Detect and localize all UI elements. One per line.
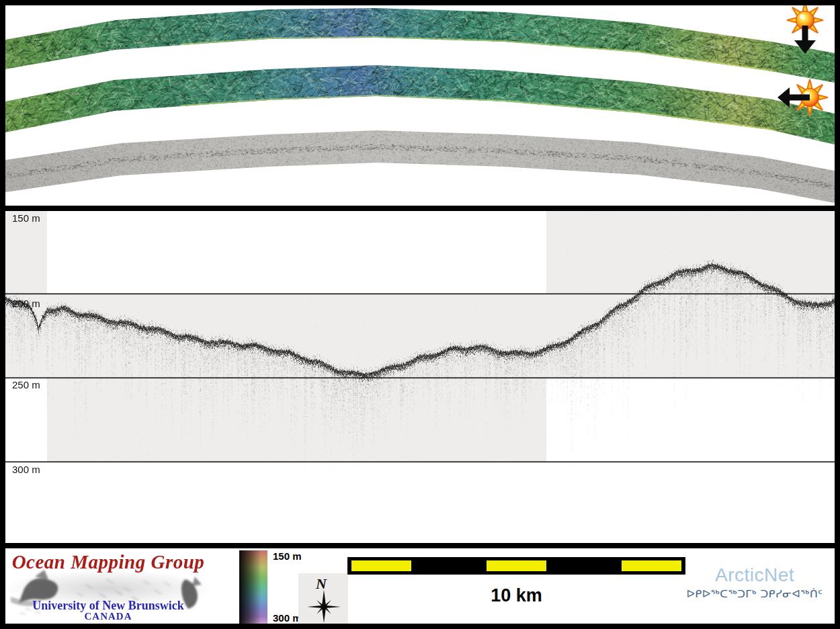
- swath-panel: [5, 5, 835, 206]
- depth-label-200m: 200 m: [12, 298, 40, 309]
- omg-canada-line: CANADA: [5, 611, 211, 622]
- scale-bar: [347, 557, 685, 575]
- subbottom-profile-canvas: [5, 211, 835, 543]
- colorbar-top-label: 150 m: [273, 550, 302, 562]
- depth-colorbar: [239, 550, 267, 624]
- depth-label-250m: 250 m: [12, 379, 40, 390]
- depth-label-300m: 300 m: [12, 464, 40, 475]
- scale-bar-segment: [487, 560, 546, 571]
- swath-strips-canvas: [5, 5, 835, 206]
- omg-title: Ocean Mapping Group: [5, 551, 211, 573]
- footer-panel: Ocean Mapping Group University of New Br…: [5, 548, 835, 624]
- scale-bar-label: 10 km: [347, 585, 685, 606]
- north-arrow-icon: [305, 589, 343, 624]
- survey-figure: 150 m 200 m 250 m 300 m: [0, 0, 840, 629]
- scale-bar-segment: [351, 560, 411, 571]
- depth-label-150m: 150 m: [12, 212, 40, 224]
- ocean-mapping-group-logo: Ocean Mapping Group University of New Br…: [5, 550, 211, 622]
- arcticnet-wordmark: ArcticNet: [669, 564, 835, 586]
- arcticnet-logo: ArcticNet ᐅᑭᐅᖅᑕᖅᑐᒥᒃ ᑐᑭᓯᓂᐊᖅᑏᑦ: [669, 564, 835, 600]
- subbottom-profile-panel: 150 m 200 m 250 m 300 m: [5, 211, 835, 543]
- arcticnet-inuktitut: ᐅᑭᐅᖅᑕᖅᑐᒥᒃ ᑐᑭᓯᓂᐊᖅᑏᑦ: [669, 587, 835, 600]
- colorbar-bottom-label: 300 m: [273, 612, 302, 624]
